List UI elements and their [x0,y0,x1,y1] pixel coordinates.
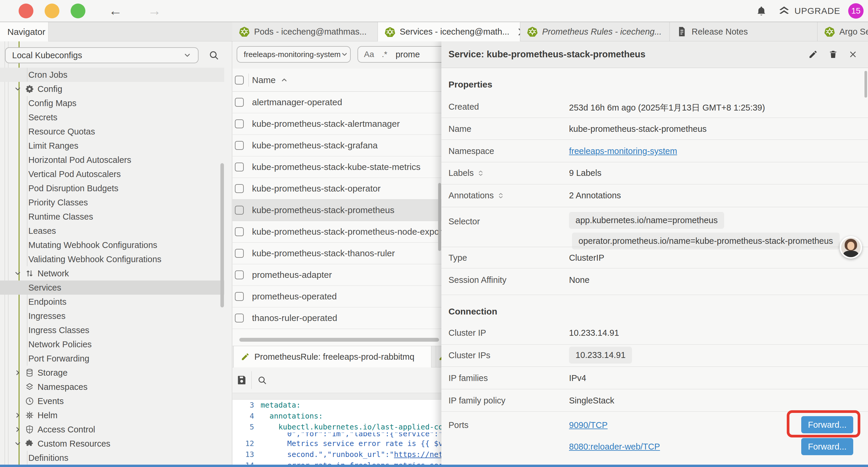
sidebar-item-vertical-pod-autoscalers[interactable]: Vertical Pod Autoscalers [0,167,224,181]
kubeconfig-selector[interactable]: Local Kubeconfigs [5,47,198,63]
sidebar-item-resource-quotas[interactable]: Resource Quotas [0,124,224,139]
sidebar-item-validating-webhook-configurations[interactable]: Validating Webhook Configurations [0,252,224,266]
expand-collapse-icon[interactable] [477,170,484,177]
sidebar-item-horizontal-pod-autoscalers[interactable]: Horizontal Pod Autoscalers [0,153,224,167]
table-row-kube-prometheus-stack-thanos-ruler[interactable]: kube-prometheus-stack-thanos-ruler [232,243,441,264]
tab-argo[interactable]: Argo Se [817,22,868,41]
edit-icon[interactable] [808,50,818,59]
tab-navigator[interactable]: Navigator [0,22,49,41]
upgrade-button[interactable]: UPGRADE [778,0,840,22]
sidebar-item-config-maps[interactable]: Config Maps [0,96,224,110]
sidebar-item-storage[interactable]: Storage [0,366,224,380]
sidebar-item-access-control[interactable]: Access Control [0,422,224,437]
close-window-button[interactable] [19,4,33,18]
close-icon[interactable] [848,50,857,59]
table-row-alertmanager-operated[interactable]: alertmanager-operated [232,92,441,113]
back-arrow-icon[interactable]: ← [109,0,122,22]
chevDown-icon [14,269,22,277]
row-checkbox[interactable] [235,249,244,258]
row-checkbox[interactable] [235,314,244,322]
sidebar-item-network-policies[interactable]: Network Policies [0,337,224,351]
match-case-toggle[interactable]: Aa [364,50,374,59]
close-tab-icon[interactable] [517,26,520,37]
cluster-ip-label: Cluster IP [448,328,486,338]
delete-icon[interactable] [829,50,838,59]
sidebar-item-mutating-webhook-configurations[interactable]: Mutating Webhook Configurations [0,238,224,252]
sidebar-item-leases[interactable]: Leases [0,224,224,238]
sidebar-item-custom-resources[interactable]: Custom Resources [0,437,224,451]
row-checkbox[interactable] [235,270,244,279]
notification-count-badge[interactable]: 15 [848,3,864,19]
table-row-prometheus-operated[interactable]: prometheus-operated [232,286,441,308]
table-row-prometheus-adapter[interactable]: prometheus-adapter [232,264,441,286]
namespace-label: Namespace [448,146,494,156]
save-icon[interactable] [236,375,247,386]
sidebar-item-limit-ranges[interactable]: Limit Ranges [0,139,224,153]
table-row-kube-prometheus-stack-grafana[interactable]: kube-prometheus-stack-grafana [232,135,441,156]
list-vertical-scrollbar[interactable] [438,183,441,251]
sidebar-item-definitions[interactable]: Definitions [0,451,224,465]
upgrade-chevrons-icon [778,5,790,17]
row-checkbox[interactable] [235,292,244,301]
sidebar-item-network[interactable]: Network [0,266,224,281]
editor-search-icon[interactable] [257,375,267,385]
sidebar-item-ingress-classes[interactable]: Ingress Classes [0,323,224,337]
puzzle-icon [25,439,34,448]
row-checkbox[interactable] [235,141,244,150]
minimize-window-button[interactable] [44,4,59,18]
chevRight-icon [14,411,22,419]
sidebar-scrollbar[interactable] [220,163,224,308]
port-link-9090[interactable]: 9090/TCP [569,420,608,430]
filter-input[interactable] [395,49,435,60]
row-checkbox[interactable] [235,119,244,128]
namespace-link[interactable]: freeleaps-monitoring-system [569,146,677,156]
sort-ascending-icon[interactable] [280,76,288,84]
table-row-kube-prometheus-stack-kube-state-metrics[interactable]: kube-prometheus-stack-kube-state-metrics [232,156,441,178]
sidebar-item-ingresses[interactable]: Ingresses [0,309,224,323]
namespace-selector[interactable]: freeleaps-monitoring-system [237,46,351,63]
editor-tab-prometheusrule[interactable]: PrometheusRule: freeleaps-prod-rabbitmq [234,346,431,368]
sidebar-item-runtime-classes[interactable]: Runtime Classes [0,209,224,224]
expand-collapse-icon[interactable] [497,192,504,199]
editor-tab-next[interactable] [436,346,441,368]
sidebar-item-cron-jobs[interactable]: Cron Jobs [0,68,224,82]
row-checkbox[interactable] [235,184,244,193]
maximize-window-button[interactable] [71,4,85,18]
forward-button[interactable]: Forward... [801,438,853,455]
tab-services[interactable]: Services - icecheng@math... [378,22,520,41]
row-checkbox[interactable] [235,98,244,107]
search-icon[interactable] [209,50,219,61]
tab-prometheus-rules[interactable]: Prometheus Rules - icecheng... [520,22,670,41]
table-row-kube-prometheus-stack-prometheus-node-exporter[interactable]: kube-prometheus-stack-prometheus-node-ex… [232,221,441,243]
yaml-editor[interactable]: 3 metadata: 4 annotations: 5 kubectl.kub… [232,400,441,465]
detail-scrollbar[interactable] [864,71,867,97]
table-row-thanos-ruler-operated[interactable]: thanos-ruler-operated [232,308,441,329]
port-link-8080[interactable]: 8080:reloader-web/TCP [569,442,660,451]
sidebar-item-config[interactable]: Config [0,82,224,96]
select-all-checkbox[interactable] [235,76,244,85]
sidebar-item-helm[interactable]: Helm [0,408,224,422]
sidebar-item-namespaces[interactable]: Namespaces [0,380,224,394]
tab-pods[interactable]: Pods - icecheng@mathmas... [232,22,378,41]
bell-icon[interactable] [756,5,767,17]
sidebar-item-services[interactable]: Services [0,281,224,295]
name-column-header[interactable]: Name [252,75,276,85]
sidebar-item-secrets[interactable]: Secrets [0,110,224,124]
assistant-avatar[interactable] [840,236,862,259]
tab-release-notes[interactable]: Release Notes [670,22,817,41]
service-detail-panel: Service: kube-prometheus-stack-prometheu… [441,41,868,465]
sidebar-item-priority-classes[interactable]: Priority Classes [0,195,224,209]
table-row-kube-prometheus-stack-prometheus[interactable]: kube-prometheus-stack-prometheus [232,200,441,221]
row-checkbox[interactable] [235,163,244,171]
row-checkbox[interactable] [235,227,244,236]
sidebar-item-port-forwarding[interactable]: Port Forwarding [0,351,224,366]
regex-toggle[interactable]: .* [382,50,387,59]
table-row-kube-prometheus-stack-operator[interactable]: kube-prometheus-stack-operator [232,178,441,200]
table-row-kube-prometheus-stack-alertmanager[interactable]: kube-prometheus-stack-alertmanager [232,113,441,135]
forward-arrow-icon[interactable]: → [148,0,161,22]
sidebar-item-endpoints[interactable]: Endpoints [0,295,224,309]
row-checkbox[interactable] [235,206,244,214]
list-horizontal-scrollbar[interactable] [239,338,439,342]
sidebar-item-pod-disruption-budgets[interactable]: Pod Disruption Budgets [0,181,224,195]
sidebar-item-events[interactable]: Events [0,394,224,408]
